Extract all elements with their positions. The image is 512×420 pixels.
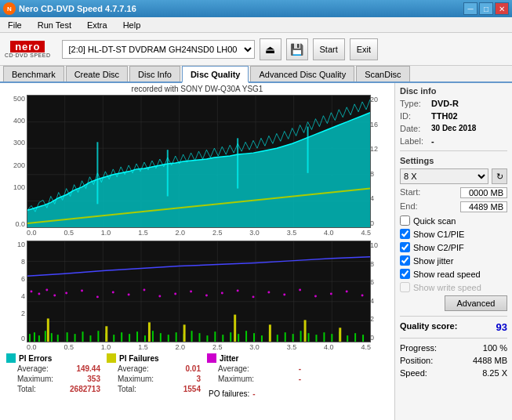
eject-icon[interactable]: ⏏ xyxy=(260,38,281,60)
svg-rect-79 xyxy=(183,324,186,342)
y2-label-8: 8 xyxy=(21,258,25,266)
speed-settings-row[interactable]: 8 X ↻ xyxy=(400,168,507,184)
show-write-speed-label: Show write speed xyxy=(413,283,481,292)
svg-rect-81 xyxy=(269,324,271,342)
svg-rect-45 xyxy=(129,334,130,342)
svg-rect-65 xyxy=(285,332,286,342)
nero-logo-top: nero xyxy=(10,41,45,52)
y2-right-2: 2 xyxy=(370,315,389,323)
end-mb-row: End: 4489 MB xyxy=(400,201,507,212)
tab-create-disc[interactable]: Create Disc xyxy=(66,66,128,81)
y2-label-2: 2 xyxy=(21,310,25,317)
y-right-16: 16 xyxy=(370,121,389,129)
svg-point-102 xyxy=(283,293,285,295)
y-right-4: 4 xyxy=(370,194,389,202)
nero-logo-bottom: CD·DVD SPEED xyxy=(5,52,51,58)
close-button[interactable]: ✕ xyxy=(495,2,509,15)
svg-rect-77 xyxy=(105,326,107,342)
svg-rect-55 xyxy=(206,335,208,342)
upper-chart-svg xyxy=(27,96,370,227)
menu-file[interactable]: File xyxy=(3,19,27,31)
svg-rect-59 xyxy=(238,334,239,342)
quick-scan-row[interactable]: Quick scan xyxy=(400,215,507,226)
pi-errors-average: Average: 149.44 xyxy=(6,364,100,373)
quick-scan-checkbox[interactable] xyxy=(400,215,410,226)
svg-rect-71 xyxy=(331,334,332,342)
show-read-speed-row[interactable]: Show read speed xyxy=(400,269,507,279)
svg-point-98 xyxy=(221,291,223,294)
svg-point-100 xyxy=(252,295,255,298)
show-c2pif-row[interactable]: Show C2/PIF xyxy=(400,242,507,252)
svg-rect-31 xyxy=(29,334,31,342)
speed-select[interactable]: 8 X xyxy=(400,168,488,184)
settings-title: Settings xyxy=(400,156,507,165)
menu-extra[interactable]: Extra xyxy=(82,19,112,31)
menu-help[interactable]: Help xyxy=(118,19,146,31)
pi-errors-label: PI Errors xyxy=(19,354,52,363)
start-button[interactable]: Start xyxy=(313,38,345,60)
svg-rect-39 xyxy=(82,331,84,342)
refresh-button[interactable]: ↻ xyxy=(492,168,507,184)
tab-scan-disc[interactable]: ScanDisc xyxy=(356,66,409,81)
pi-failures-label: PI Failures xyxy=(119,354,159,363)
tab-advanced-disc-quality[interactable]: Advanced Disc Quality xyxy=(250,66,354,81)
exit-button[interactable]: Exit xyxy=(350,38,378,60)
save-icon[interactable]: 💾 xyxy=(286,38,308,60)
drive-selector[interactable]: [2:0] HL-DT-ST DVDRAM GH24NSD0 LH00 xyxy=(62,40,255,59)
show-c2pif-checkbox[interactable] xyxy=(400,242,410,252)
menu-run-test[interactable]: Run Test xyxy=(33,19,76,31)
start-mb-value: 0000 MB xyxy=(460,187,507,198)
svg-rect-51 xyxy=(176,332,177,342)
svg-point-85 xyxy=(38,292,40,295)
disc-info-title: Disc info xyxy=(400,86,507,96)
position-row: Position: 4488 MB xyxy=(400,356,507,365)
show-jitter-checkbox[interactable] xyxy=(400,255,410,266)
svg-point-93 xyxy=(143,289,145,291)
svg-point-107 xyxy=(361,294,364,296)
svg-point-97 xyxy=(205,294,208,296)
svg-rect-60 xyxy=(245,331,247,342)
svg-rect-76 xyxy=(47,318,49,342)
tab-disc-info[interactable]: Disc Info xyxy=(129,66,180,81)
svg-rect-33 xyxy=(38,335,40,342)
svg-rect-34 xyxy=(45,331,46,342)
svg-rect-54 xyxy=(199,333,201,342)
advanced-button[interactable]: Advanced xyxy=(445,295,507,311)
maximize-button[interactable]: □ xyxy=(479,2,493,15)
tab-bar: Benchmark Create Disc Disc Info Disc Qua… xyxy=(0,66,512,83)
y2-right-4: 4 xyxy=(370,297,389,305)
quality-score-row: Quality score: 93 xyxy=(400,321,507,333)
pi-errors-color xyxy=(6,353,16,363)
y-right-0u: 0 xyxy=(370,219,389,227)
minimize-button[interactable]: ─ xyxy=(463,2,478,15)
show-write-speed-checkbox xyxy=(400,282,410,292)
pi-failures-maximum: Maximum: 3 xyxy=(107,375,201,383)
legend-area: PI Errors Average: 149.44 Maximum: 353 T… xyxy=(3,352,391,396)
y-right-8: 8 xyxy=(370,170,389,178)
quick-scan-label: Quick scan xyxy=(413,216,456,226)
show-jitter-row[interactable]: Show jitter xyxy=(400,255,507,266)
svg-rect-75 xyxy=(362,335,364,342)
svg-rect-67 xyxy=(300,331,302,342)
svg-rect-64 xyxy=(277,335,278,342)
show-jitter-label: Show jitter xyxy=(413,256,453,266)
tab-disc-quality[interactable]: Disc Quality xyxy=(182,66,249,83)
quality-score-label: Quality score: xyxy=(400,321,457,333)
svg-rect-35 xyxy=(51,333,53,342)
svg-rect-74 xyxy=(354,333,356,342)
nero-logo: nero CD·DVD SPEED xyxy=(5,41,51,58)
y2-label-10: 10 xyxy=(17,241,25,248)
svg-rect-66 xyxy=(292,334,294,342)
po-failures-row: PO failures: - xyxy=(207,389,301,398)
pi-errors-total: Total: 2682713 xyxy=(6,385,100,393)
show-c1pie-checkbox[interactable] xyxy=(400,229,410,239)
svg-rect-68 xyxy=(308,333,310,342)
svg-point-86 xyxy=(45,289,48,291)
y-label-300: 300 xyxy=(13,139,25,147)
show-read-speed-label: Show read speed xyxy=(413,270,481,279)
tab-benchmark[interactable]: Benchmark xyxy=(3,66,64,81)
chart-subtitle: recorded with SONY DW-Q30A YSG1 xyxy=(3,85,391,93)
show-c1pie-row[interactable]: Show C1/PIE xyxy=(400,229,507,239)
start-mb-row: Start: 0000 MB xyxy=(400,187,507,198)
show-read-speed-checkbox[interactable] xyxy=(400,269,410,279)
